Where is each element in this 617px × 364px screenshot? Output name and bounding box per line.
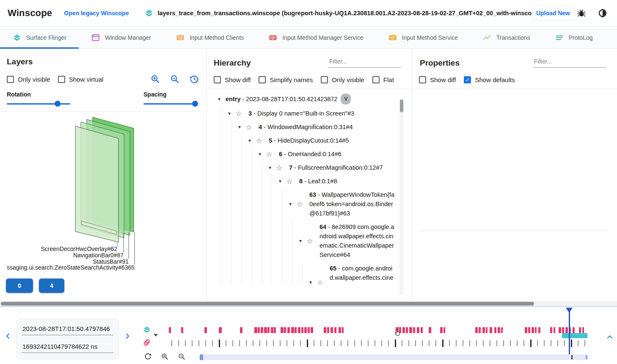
trace-entry-tick[interactable] xyxy=(571,339,572,347)
tab-input-method-service[interactable]: Input Method Service xyxy=(376,27,470,48)
transition-mark[interactable] xyxy=(254,327,257,333)
transition-mark[interactable] xyxy=(573,327,575,333)
transition-mark[interactable] xyxy=(287,327,290,333)
layers-3d-view[interactable]: ScreenDecorHwcOverlay#62NavigationBar0#8… xyxy=(0,106,207,301)
trace-entry-tick[interactable] xyxy=(415,340,416,346)
trace-entry-tick[interactable] xyxy=(246,340,247,346)
trace-entry-tick[interactable] xyxy=(293,340,294,346)
trace-entry-tick[interactable] xyxy=(259,340,260,346)
transition-mark[interactable] xyxy=(219,327,222,333)
track-dropdown-caret-icon[interactable] xyxy=(154,334,158,336)
tree-node-65[interactable]: ▾☆65 - com.google.android.wallpaper.effe… xyxy=(207,262,412,284)
trace-entry-tick[interactable] xyxy=(551,340,551,346)
transition-mark[interactable] xyxy=(295,327,297,333)
transition-mark[interactable] xyxy=(267,327,270,333)
transition-mark[interactable] xyxy=(334,327,336,333)
selected-transition-highlight[interactable] xyxy=(562,333,587,338)
prev-entry-chevron-icon[interactable] xyxy=(4,332,12,340)
timeline-zoom-out-icon[interactable] xyxy=(178,353,186,361)
tab-transactions[interactable]: Transactions xyxy=(470,27,543,48)
trace-entry-tick[interactable] xyxy=(341,340,342,346)
transition-mark[interactable] xyxy=(582,327,584,333)
transition-mark[interactable] xyxy=(204,327,207,333)
trace-entry-tick[interactable] xyxy=(198,340,199,346)
zoom-out-icon[interactable] xyxy=(170,74,180,84)
transition-mark[interactable] xyxy=(284,327,286,333)
trace-entry-tick[interactable] xyxy=(226,340,226,346)
trace-entry-tick[interactable] xyxy=(300,340,301,346)
trace-entry-tick[interactable] xyxy=(280,340,281,346)
trace-entry-tick[interactable] xyxy=(517,340,518,346)
trace-entry-tick[interactable] xyxy=(496,340,497,346)
transition-mark[interactable] xyxy=(169,327,171,333)
properties-filter-input[interactable] xyxy=(533,56,606,68)
bug-report-icon[interactable] xyxy=(576,8,587,18)
zoom-in-icon[interactable] xyxy=(150,74,160,84)
trace-entry-tick[interactable] xyxy=(456,340,457,346)
collapse-caret-icon[interactable]: ▾ xyxy=(309,279,317,284)
trace-entry-tick[interactable] xyxy=(544,340,545,346)
trace-entry-tick[interactable] xyxy=(381,340,382,346)
transition-mark[interactable] xyxy=(421,327,423,333)
transition-mark[interactable] xyxy=(565,327,568,333)
upload-new-button[interactable]: Upload New xyxy=(532,6,575,20)
trace-entry-tick[interactable] xyxy=(584,340,585,346)
transition-mark[interactable] xyxy=(550,327,552,333)
refresh-icon[interactable] xyxy=(144,353,152,361)
checkbox-only-visible[interactable]: Only visible xyxy=(321,76,364,83)
trace-entry-tick[interactable] xyxy=(320,340,321,346)
trace-entry-tick[interactable] xyxy=(286,340,287,346)
collapse-caret-icon[interactable]: ▾ xyxy=(248,138,256,143)
trace-entry-tick[interactable] xyxy=(307,339,308,347)
trace-entry-tick[interactable] xyxy=(510,340,511,346)
transition-mark[interactable] xyxy=(342,327,344,333)
transition-mark[interactable] xyxy=(486,327,488,333)
transition-mark[interactable] xyxy=(409,327,412,333)
trace-entry-tick[interactable] xyxy=(388,340,389,346)
trace-entry-tick[interactable] xyxy=(408,340,409,346)
checkbox-only-visible[interactable]: Only visible xyxy=(7,76,50,83)
tree-node-5[interactable]: ▾☆5 - HideDisplayCutout:0:14#5 xyxy=(207,134,412,147)
collapse-caret-icon[interactable]: ▾ xyxy=(269,165,276,171)
trace-entry-tick[interactable] xyxy=(442,339,443,347)
pin-star-icon[interactable]: ☆ xyxy=(246,123,255,131)
timeline-zoom-in-icon[interactable] xyxy=(161,353,169,361)
trace-entry-tick[interactable] xyxy=(537,340,538,346)
transition-mark[interactable] xyxy=(440,327,443,333)
transition-mark[interactable] xyxy=(562,327,564,333)
checkbox-show-defaults[interactable]: ✓Show defaults xyxy=(464,76,515,83)
trace-entry-tick[interactable] xyxy=(375,340,375,346)
transition-mark[interactable] xyxy=(413,327,415,333)
trace-entry-tick[interactable] xyxy=(219,339,220,347)
transition-mark[interactable] xyxy=(327,327,329,333)
tree-node-8[interactable]: ▾☆8 - Leaf:0:1#8 xyxy=(207,174,412,188)
cursor-ns-input[interactable]: 1693242110479784622 ns xyxy=(22,341,113,353)
tab-input-method-manager-service[interactable]: Input Method Manager Service xyxy=(256,27,375,48)
checkbox-show-virtual[interactable]: Show virtual xyxy=(58,76,104,83)
trace-entry-tick[interactable] xyxy=(239,340,240,346)
tree-node-7[interactable]: ▾☆7 - FullscreenMagnification:0:12#7 xyxy=(207,161,412,174)
trace-entry-tick[interactable] xyxy=(212,340,213,346)
transition-mark[interactable] xyxy=(535,327,537,333)
transition-mark[interactable] xyxy=(261,327,263,333)
transition-mark[interactable] xyxy=(298,327,300,333)
collapse-caret-icon[interactable]: ▾ xyxy=(279,178,286,184)
next-entry-chevron-icon[interactable] xyxy=(124,332,131,340)
checkbox-show-diff[interactable]: Show diff xyxy=(214,76,251,83)
trace-entry-tick[interactable] xyxy=(171,340,172,346)
trace-entry-tick[interactable] xyxy=(205,340,206,346)
spacing-slider[interactable] xyxy=(143,103,197,105)
trace-entry-tick[interactable] xyxy=(490,340,490,346)
transition-mark[interactable] xyxy=(396,327,399,333)
transition-mark[interactable] xyxy=(281,327,284,333)
trace-entry-tick[interactable] xyxy=(253,340,253,346)
transition-mark[interactable] xyxy=(528,327,530,333)
tab-protolog[interactable]: ProtoLog xyxy=(543,27,605,48)
pin-star-icon[interactable]: ☆ xyxy=(297,200,306,208)
transition-mark[interactable] xyxy=(525,327,527,333)
transition-mark[interactable] xyxy=(339,327,341,333)
transition-mark[interactable] xyxy=(406,327,408,333)
hierarchy-filter-input[interactable] xyxy=(328,56,401,68)
display-button-4[interactable]: 4 xyxy=(39,279,64,293)
trace-entry-tick[interactable] xyxy=(578,340,578,346)
